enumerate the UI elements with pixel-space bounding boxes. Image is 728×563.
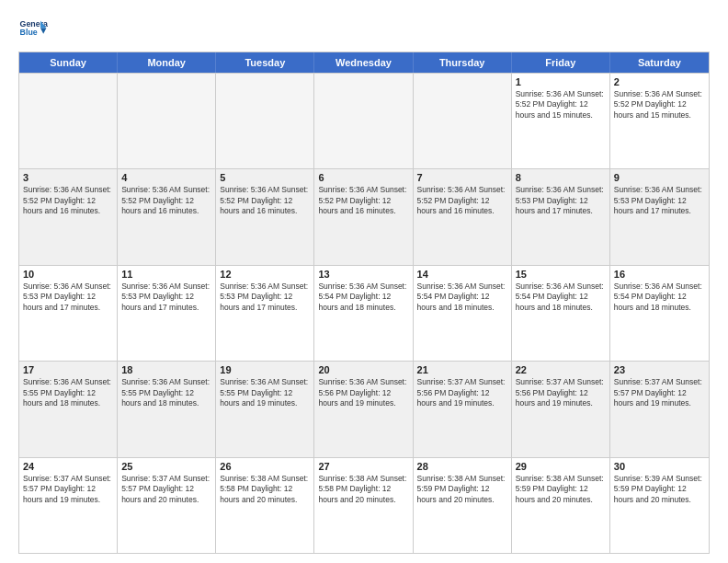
- cal-cell: 18Sunrise: 5:36 AM Sunset: 5:55 PM Dayli…: [118, 362, 216, 456]
- day-number: 23: [614, 364, 705, 375]
- cal-cell: 23Sunrise: 5:37 AM Sunset: 5:57 PM Dayli…: [610, 362, 709, 456]
- cal-cell: 5Sunrise: 5:36 AM Sunset: 5:52 PM Daylig…: [216, 169, 314, 264]
- day-info: Sunrise: 5:36 AM Sunset: 5:53 PM Dayligh…: [516, 185, 606, 216]
- cal-cell: 8Sunrise: 5:36 AM Sunset: 5:53 PM Daylig…: [512, 169, 610, 264]
- cal-cell: 13Sunrise: 5:36 AM Sunset: 5:54 PM Dayli…: [314, 266, 413, 361]
- cal-week-1: 1Sunrise: 5:36 AM Sunset: 5:52 PM Daylig…: [19, 73, 709, 168]
- cal-cell: 21Sunrise: 5:37 AM Sunset: 5:56 PM Dayli…: [414, 362, 512, 456]
- cal-week-2: 3Sunrise: 5:36 AM Sunset: 5:52 PM Daylig…: [19, 168, 709, 264]
- day-number: 4: [121, 172, 211, 183]
- day-info: Sunrise: 5:36 AM Sunset: 5:52 PM Dayligh…: [318, 185, 408, 216]
- day-info: Sunrise: 5:37 AM Sunset: 5:57 PM Dayligh…: [121, 474, 211, 505]
- cal-header-wednesday: Wednesday: [314, 52, 413, 73]
- day-info: Sunrise: 5:37 AM Sunset: 5:56 PM Dayligh…: [516, 377, 606, 408]
- cal-header-sunday: Sunday: [19, 52, 118, 73]
- day-info: Sunrise: 5:36 AM Sunset: 5:54 PM Dayligh…: [417, 282, 507, 313]
- day-info: Sunrise: 5:37 AM Sunset: 5:56 PM Dayligh…: [417, 377, 507, 408]
- day-number: 27: [318, 461, 408, 472]
- header: General Blue: [18, 15, 710, 44]
- cal-cell: 11Sunrise: 5:36 AM Sunset: 5:53 PM Dayli…: [118, 266, 216, 361]
- cal-cell: 27Sunrise: 5:38 AM Sunset: 5:58 PM Dayli…: [314, 458, 413, 553]
- day-number: 26: [220, 461, 310, 472]
- cal-cell: 30Sunrise: 5:39 AM Sunset: 5:59 PM Dayli…: [610, 458, 709, 553]
- cal-cell: 25Sunrise: 5:37 AM Sunset: 5:57 PM Dayli…: [118, 458, 216, 553]
- day-number: 20: [318, 364, 408, 375]
- cal-cell: 10Sunrise: 5:36 AM Sunset: 5:53 PM Dayli…: [19, 266, 118, 361]
- cal-cell: 29Sunrise: 5:38 AM Sunset: 5:59 PM Dayli…: [512, 458, 610, 553]
- day-info: Sunrise: 5:36 AM Sunset: 5:52 PM Dayligh…: [614, 89, 705, 121]
- day-number: 25: [121, 461, 211, 472]
- cal-cell: 17Sunrise: 5:36 AM Sunset: 5:55 PM Dayli…: [19, 362, 118, 456]
- cal-cell: [19, 74, 118, 168]
- day-info: Sunrise: 5:36 AM Sunset: 5:53 PM Dayligh…: [220, 282, 310, 313]
- day-number: 1: [516, 76, 606, 87]
- day-number: 5: [220, 172, 310, 183]
- day-number: 18: [121, 364, 211, 375]
- cal-cell: 14Sunrise: 5:36 AM Sunset: 5:54 PM Dayli…: [414, 266, 512, 361]
- day-number: 17: [23, 364, 113, 375]
- calendar-body: 1Sunrise: 5:36 AM Sunset: 5:52 PM Daylig…: [19, 73, 709, 553]
- day-info: Sunrise: 5:38 AM Sunset: 5:58 PM Dayligh…: [220, 474, 310, 505]
- day-info: Sunrise: 5:36 AM Sunset: 5:52 PM Dayligh…: [417, 185, 507, 216]
- day-number: 15: [516, 269, 606, 280]
- day-number: 7: [417, 172, 507, 183]
- day-info: Sunrise: 5:36 AM Sunset: 5:55 PM Dayligh…: [220, 377, 310, 408]
- day-number: 11: [121, 269, 211, 280]
- cal-cell: 7Sunrise: 5:36 AM Sunset: 5:52 PM Daylig…: [414, 169, 512, 264]
- cal-cell: [216, 74, 314, 168]
- day-info: Sunrise: 5:36 AM Sunset: 5:54 PM Dayligh…: [614, 282, 705, 313]
- day-info: Sunrise: 5:38 AM Sunset: 5:59 PM Dayligh…: [417, 474, 507, 505]
- cal-cell: 22Sunrise: 5:37 AM Sunset: 5:56 PM Dayli…: [512, 362, 610, 456]
- cal-header-tuesday: Tuesday: [216, 52, 314, 73]
- day-number: 24: [23, 461, 113, 472]
- day-number: 19: [220, 364, 310, 375]
- day-info: Sunrise: 5:36 AM Sunset: 5:54 PM Dayligh…: [516, 282, 606, 313]
- day-info: Sunrise: 5:36 AM Sunset: 5:55 PM Dayligh…: [23, 377, 113, 408]
- day-number: 9: [614, 172, 705, 183]
- day-number: 10: [23, 269, 113, 280]
- cal-header-saturday: Saturday: [610, 52, 709, 73]
- day-info: Sunrise: 5:36 AM Sunset: 5:53 PM Dayligh…: [614, 185, 705, 216]
- cal-cell: 15Sunrise: 5:36 AM Sunset: 5:54 PM Dayli…: [512, 266, 610, 361]
- svg-marker-3: [40, 28, 46, 33]
- logo-icon: General Blue: [18, 15, 48, 44]
- day-number: 12: [220, 269, 310, 280]
- cal-cell: 28Sunrise: 5:38 AM Sunset: 5:59 PM Dayli…: [414, 458, 512, 553]
- day-info: Sunrise: 5:36 AM Sunset: 5:52 PM Dayligh…: [121, 185, 211, 216]
- day-number: 30: [614, 461, 705, 472]
- cal-cell: 12Sunrise: 5:36 AM Sunset: 5:53 PM Dayli…: [216, 266, 314, 361]
- day-number: 29: [516, 461, 606, 472]
- day-number: 6: [318, 172, 408, 183]
- cal-cell: [414, 74, 512, 168]
- day-info: Sunrise: 5:36 AM Sunset: 5:54 PM Dayligh…: [318, 282, 408, 313]
- cal-cell: 26Sunrise: 5:38 AM Sunset: 5:58 PM Dayli…: [216, 458, 314, 553]
- cal-header-monday: Monday: [118, 52, 216, 73]
- cal-week-5: 24Sunrise: 5:37 AM Sunset: 5:57 PM Dayli…: [19, 457, 709, 553]
- day-number: 2: [614, 76, 705, 87]
- cal-cell: [314, 74, 413, 168]
- day-info: Sunrise: 5:36 AM Sunset: 5:55 PM Dayligh…: [121, 377, 211, 408]
- cal-cell: 24Sunrise: 5:37 AM Sunset: 5:57 PM Dayli…: [19, 458, 118, 553]
- cal-cell: 16Sunrise: 5:36 AM Sunset: 5:54 PM Dayli…: [610, 266, 709, 361]
- cal-cell: 6Sunrise: 5:36 AM Sunset: 5:52 PM Daylig…: [314, 169, 413, 264]
- cal-cell: 9Sunrise: 5:36 AM Sunset: 5:53 PM Daylig…: [610, 169, 709, 264]
- day-number: 14: [417, 269, 507, 280]
- calendar-header-row: SundayMondayTuesdayWednesdayThursdayFrid…: [19, 52, 709, 73]
- day-info: Sunrise: 5:36 AM Sunset: 5:53 PM Dayligh…: [121, 282, 211, 313]
- svg-text:Blue: Blue: [20, 28, 38, 37]
- calendar: SundayMondayTuesdayWednesdayThursdayFrid…: [18, 52, 710, 554]
- cal-cell: [118, 74, 216, 168]
- day-info: Sunrise: 5:36 AM Sunset: 5:53 PM Dayligh…: [23, 282, 113, 313]
- day-info: Sunrise: 5:38 AM Sunset: 5:59 PM Dayligh…: [516, 474, 606, 505]
- logo: General Blue: [18, 15, 48, 44]
- day-number: 3: [23, 172, 113, 183]
- day-number: 21: [417, 364, 507, 375]
- day-info: Sunrise: 5:39 AM Sunset: 5:59 PM Dayligh…: [614, 474, 705, 505]
- day-number: 28: [417, 461, 507, 472]
- cal-cell: 2Sunrise: 5:36 AM Sunset: 5:52 PM Daylig…: [610, 74, 709, 168]
- cal-cell: 1Sunrise: 5:36 AM Sunset: 5:52 PM Daylig…: [512, 74, 610, 168]
- day-info: Sunrise: 5:37 AM Sunset: 5:57 PM Dayligh…: [614, 377, 705, 408]
- day-number: 13: [318, 269, 408, 280]
- day-info: Sunrise: 5:37 AM Sunset: 5:57 PM Dayligh…: [23, 474, 113, 505]
- cal-header-thursday: Thursday: [414, 52, 512, 73]
